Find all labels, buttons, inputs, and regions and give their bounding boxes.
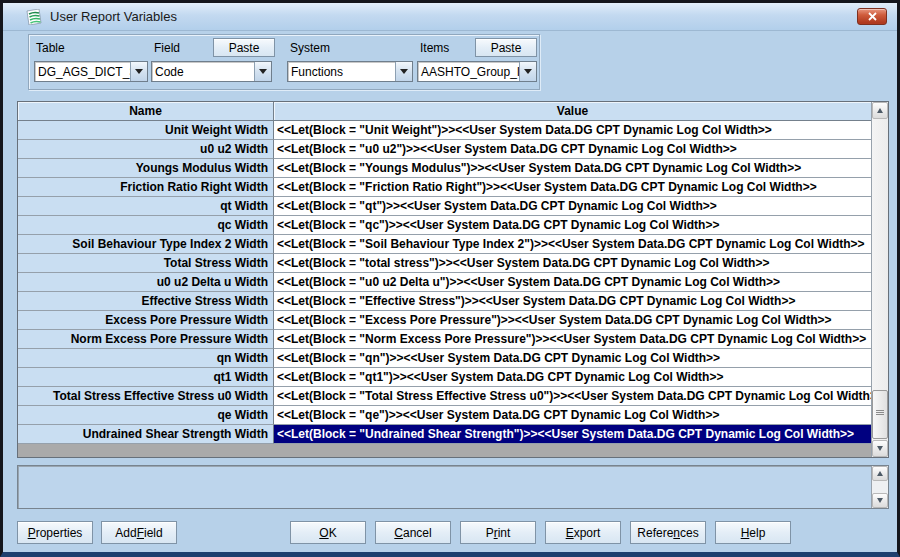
- properties-button[interactable]: Properties: [17, 521, 93, 544]
- table-row[interactable]: qc Width<<Let(Block = "qc")>><<User Syst…: [18, 216, 871, 235]
- references-button[interactable]: References: [630, 521, 706, 544]
- variable-name-cell[interactable]: u0 u2 Delta u Width: [18, 273, 274, 292]
- variable-value-cell[interactable]: <<Let(Block = "Effective Stress")>><<Use…: [274, 292, 871, 311]
- table-row[interactable]: qt1 Width<<Let(Block = "qt1")>><<User Sy…: [18, 368, 871, 387]
- table-row[interactable]: Norm Excess Pore Pressure Width<<Let(Blo…: [18, 330, 871, 349]
- variable-value-cell[interactable]: <<Let(Block = "qt")>><<User System Data.…: [274, 197, 871, 216]
- variable-value-cell[interactable]: <<Let(Block = "Undrained Shear Strength"…: [274, 425, 871, 444]
- table-combobox[interactable]: DG_AGS_DICT_STA: [34, 61, 148, 82]
- variable-value-cell[interactable]: <<Let(Block = "Total Stress Effective St…: [274, 387, 871, 406]
- table-row[interactable]: qe Width<<Let(Block = "qe")>><<User Syst…: [18, 406, 871, 425]
- table-row[interactable]: qt Width<<Let(Block = "qt")>><<User Syst…: [18, 197, 871, 216]
- system-combobox[interactable]: Functions: [287, 61, 413, 82]
- table-label: Table: [36, 41, 65, 55]
- variable-value-cell[interactable]: <<Let(Block = "qn")>><<User System Data.…: [274, 349, 871, 368]
- filter-groupbox: Table Field Paste System Items Paste DG_…: [28, 34, 540, 90]
- variable-name-cell[interactable]: u0 u2 Width: [18, 140, 274, 159]
- variable-value-cell[interactable]: <<Let(Block = "u0 u2 Delta u")>><<User S…: [274, 273, 871, 292]
- help-button[interactable]: Help: [715, 521, 791, 544]
- variable-name-cell[interactable]: Excess Pore Pressure Width: [18, 311, 274, 330]
- variable-value-cell[interactable]: <<Let(Block = "Unit Weight")>><<User Sys…: [274, 121, 871, 140]
- variable-name-cell[interactable]: qt Width: [18, 197, 274, 216]
- variable-name-cell[interactable]: Friction Ratio Right Width: [18, 178, 274, 197]
- close-button[interactable]: [857, 8, 887, 25]
- dialog-user-report-variables: User Report Variables Table Field Paste …: [0, 0, 900, 557]
- grid-body: Unit Weight Width<<Let(Block = "Unit Wei…: [18, 121, 871, 444]
- chevron-down-icon[interactable]: [395, 62, 412, 81]
- table-row[interactable]: Soil Behaviour Type Index 2 Width<<Let(B…: [18, 235, 871, 254]
- description-panel[interactable]: [17, 465, 889, 509]
- variable-value-cell[interactable]: <<Let(Block = "qc")>><<User System Data.…: [274, 216, 871, 235]
- scroll-up-icon[interactable]: [872, 102, 888, 119]
- window-title: User Report Variables: [50, 9, 177, 24]
- titlebar[interactable]: User Report Variables: [3, 3, 897, 31]
- table-row[interactable]: Youngs Modulus Width<<Let(Block = "Young…: [18, 159, 871, 178]
- grid-vertical-scrollbar[interactable]: [871, 102, 888, 457]
- field-combobox[interactable]: Code: [151, 61, 272, 82]
- variable-value-cell[interactable]: <<Let(Block = "total stress")>><<User Sy…: [274, 254, 871, 273]
- variable-name-cell[interactable]: Total Stress Effective Stress u0 Width: [18, 387, 274, 406]
- table-row[interactable]: u0 u2 Delta u Width<<Let(Block = "u0 u2 …: [18, 273, 871, 292]
- table-row[interactable]: u0 u2 Width<<Let(Block = "u0 u2")>><<Use…: [18, 140, 871, 159]
- variable-value-cell[interactable]: <<Let(Block = "Excess Pore Pressure")>><…: [274, 311, 871, 330]
- variables-grid: Name Value Unit Weight Width<<Let(Block …: [17, 101, 889, 458]
- cancel-button[interactable]: Cancel: [375, 521, 451, 544]
- close-x-icon: [868, 12, 877, 21]
- table-row[interactable]: Unit Weight Width<<Let(Block = "Unit Wei…: [18, 121, 871, 140]
- add-field-button[interactable]: Add Field: [101, 521, 177, 544]
- scrollbar-thumb[interactable]: [872, 390, 888, 439]
- variable-name-cell[interactable]: qt1 Width: [18, 368, 274, 387]
- table-row[interactable]: Total Stress Width<<Let(Block = "total s…: [18, 254, 871, 273]
- chevron-down-icon[interactable]: [254, 62, 271, 81]
- table-row[interactable]: qn Width<<Let(Block = "qn")>><<User Syst…: [18, 349, 871, 368]
- scroll-down-icon[interactable]: [872, 440, 888, 457]
- grid-scroll-area: Name Value Unit Weight Width<<Let(Block …: [18, 102, 871, 457]
- variable-name-cell[interactable]: Unit Weight Width: [18, 121, 274, 140]
- variable-name-cell[interactable]: Total Stress Width: [18, 254, 274, 273]
- variable-name-cell[interactable]: Norm Excess Pore Pressure Width: [18, 330, 274, 349]
- variable-value-cell[interactable]: <<Let(Block = "Soil Behaviour Type Index…: [274, 235, 871, 254]
- paste-items-button[interactable]: Paste: [475, 38, 537, 57]
- table-row[interactable]: Effective Stress Width<<Let(Block = "Eff…: [18, 292, 871, 311]
- column-header-name: Name: [18, 102, 274, 121]
- export-button[interactable]: Export: [545, 521, 621, 544]
- items-label: Items: [420, 41, 449, 55]
- table-row[interactable]: Excess Pore Pressure Width<<Let(Block = …: [18, 311, 871, 330]
- variable-value-cell[interactable]: <<Let(Block = "Friction Ratio Right")>><…: [274, 178, 871, 197]
- variable-name-cell[interactable]: qe Width: [18, 406, 274, 425]
- grid-header: Name Value: [18, 102, 871, 121]
- variable-value-cell[interactable]: <<Let(Block = "Norm Excess Pore Pressure…: [274, 330, 871, 349]
- column-header-value: Value: [274, 102, 871, 121]
- table-row[interactable]: Undrained Shear Strength Width<<Let(Bloc…: [18, 425, 871, 444]
- table-row[interactable]: Total Stress Effective Stress u0 Width<<…: [18, 387, 871, 406]
- scroll-up-icon[interactable]: [872, 466, 888, 481]
- scroll-down-icon[interactable]: [872, 493, 888, 508]
- print-button[interactable]: Print: [460, 521, 536, 544]
- variable-name-cell[interactable]: Undrained Shear Strength Width: [18, 425, 274, 444]
- chevron-down-icon[interactable]: [130, 62, 147, 81]
- variable-name-cell[interactable]: qn Width: [18, 349, 274, 368]
- variable-name-cell[interactable]: Effective Stress Width: [18, 292, 274, 311]
- description-scrollbar[interactable]: [871, 466, 888, 508]
- variable-name-cell[interactable]: qc Width: [18, 216, 274, 235]
- variable-value-cell[interactable]: <<Let(Block = "qt1")>><<User System Data…: [274, 368, 871, 387]
- field-label: Field: [154, 41, 180, 55]
- app-logo-icon: [25, 9, 43, 25]
- paste-field-button[interactable]: Paste: [213, 38, 275, 57]
- table-row[interactable]: Friction Ratio Right Width<<Let(Block = …: [18, 178, 871, 197]
- items-combobox[interactable]: AASHTO_Group_Ind: [417, 61, 537, 82]
- system-label: System: [290, 41, 330, 55]
- chevron-down-icon[interactable]: [519, 62, 536, 81]
- variable-name-cell[interactable]: Youngs Modulus Width: [18, 159, 274, 178]
- variable-value-cell[interactable]: <<Let(Block = "Youngs Modulus")>><<User …: [274, 159, 871, 178]
- variable-name-cell[interactable]: Soil Behaviour Type Index 2 Width: [18, 235, 274, 254]
- ok-button[interactable]: OK: [290, 521, 366, 544]
- variable-value-cell[interactable]: <<Let(Block = "qe")>><<User System Data.…: [274, 406, 871, 425]
- variable-value-cell[interactable]: <<Let(Block = "u0 u2")>><<User System Da…: [274, 140, 871, 159]
